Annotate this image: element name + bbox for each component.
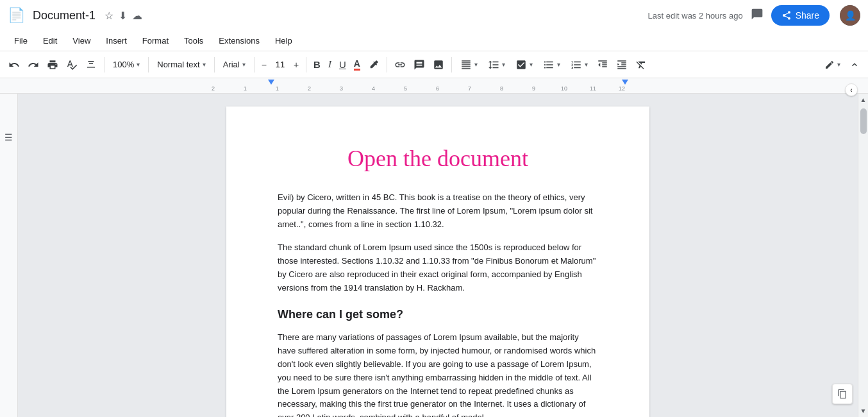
document-body: Evil) by Cicero, written in 45 BC. This … xyxy=(278,191,598,417)
font-family-value: Arial xyxy=(223,60,240,69)
font-family-chevron: ▾ xyxy=(242,61,246,68)
underline-button[interactable]: U xyxy=(336,56,349,72)
scroll-down-arrow[interactable]: ▼ xyxy=(858,405,868,417)
heading-1: Where can I get some? xyxy=(278,305,598,324)
menu-file[interactable]: File xyxy=(8,33,34,48)
checklist-select[interactable]: ▾ xyxy=(511,56,537,73)
indent-increase-button[interactable] xyxy=(613,56,631,73)
separator-7 xyxy=(451,57,452,72)
separator-5 xyxy=(306,57,306,72)
ruler: 2 1 1 2 3 4 5 6 7 8 9 10 11 12 xyxy=(0,78,868,94)
align-select[interactable]: ▾ xyxy=(456,56,482,73)
link-button[interactable] xyxy=(391,56,409,73)
numbered-list-chevron: ▾ xyxy=(585,61,588,68)
save-to-drive-icon[interactable]: ⬇ xyxy=(119,10,127,22)
separator-6 xyxy=(387,57,387,72)
share-label: Share xyxy=(796,10,819,21)
edit-mode-chevron: ▾ xyxy=(837,61,840,68)
indent-decrease-button[interactable] xyxy=(594,56,612,73)
edit-mode-select[interactable]: ▾ xyxy=(820,57,845,72)
menu-insert[interactable]: Insert xyxy=(99,33,133,48)
paragraph-2: The standard chunk of Lorem Ipsum used s… xyxy=(278,241,598,294)
menu-bar: File Edit View Insert Format Tools Exten… xyxy=(0,31,868,51)
line-spacing-select[interactable]: ▾ xyxy=(483,56,510,73)
doc-title[interactable]: Document-1 xyxy=(33,9,96,22)
text-style-select[interactable]: Normal text ▾ xyxy=(153,57,210,72)
main-area: ☰ Open the document Evil) by Cicero, wri… xyxy=(0,94,868,417)
last-edit: Last edit was 2 hours ago xyxy=(647,11,742,21)
zoom-select[interactable]: 100% ▾ xyxy=(108,57,144,72)
paragraph-1: Evil) by Cicero, written in 45 BC. This … xyxy=(278,191,598,231)
undo-button[interactable] xyxy=(5,56,23,73)
redo-button[interactable] xyxy=(24,56,42,73)
font-family-select[interactable]: Arial ▾ xyxy=(219,57,250,72)
highlight-button[interactable] xyxy=(365,56,383,73)
share-button[interactable]: Share xyxy=(771,5,830,26)
zoom-value: 100% xyxy=(113,60,134,69)
toolbar: 100% ▾ Normal text ▾ Arial ▾ − + B I U A xyxy=(0,51,868,78)
outline-icon[interactable]: ☰ xyxy=(4,132,13,142)
star-icon[interactable]: ☆ xyxy=(104,10,113,22)
text-style-chevron: ▾ xyxy=(203,61,206,68)
font-size-input[interactable] xyxy=(271,60,289,69)
title-icons: ☆ ⬇ ☁ xyxy=(104,10,142,22)
bullet-list-select[interactable]: ▾ xyxy=(538,56,565,73)
doc-icon: 📄 xyxy=(8,7,25,24)
text-color-indicator: A xyxy=(354,58,360,71)
cloud-icon[interactable]: ☁ xyxy=(132,10,142,22)
left-panel: ☰ xyxy=(0,94,18,417)
separator-4 xyxy=(254,57,255,72)
avatar[interactable]: 👤 xyxy=(840,5,860,26)
right-scrollbar: ▲ ▼ xyxy=(858,94,868,417)
document-page: Open the document Evil) by Cicero, writt… xyxy=(226,106,649,417)
scroll-area[interactable]: Open the document Evil) by Cicero, writt… xyxy=(18,94,858,417)
menu-help[interactable]: Help xyxy=(269,33,299,48)
zoom-chevron: ▾ xyxy=(137,61,140,68)
menu-edit[interactable]: Edit xyxy=(37,33,63,48)
print-button[interactable] xyxy=(44,56,62,73)
paint-format-button[interactable] xyxy=(82,56,100,73)
scroll-up-arrow[interactable]: ▲ xyxy=(858,94,868,106)
ruler-track: 2 1 1 2 3 4 5 6 7 8 9 10 11 12 xyxy=(212,78,635,93)
checklist-chevron: ▾ xyxy=(530,61,533,68)
menu-tools[interactable]: Tools xyxy=(178,33,210,48)
ruler-right-margin[interactable] xyxy=(622,80,628,85)
text-style-value: Normal text xyxy=(157,60,199,69)
menu-extensions[interactable]: Extensions xyxy=(212,33,266,48)
corner-expand-button[interactable] xyxy=(832,384,853,404)
insert-image-button[interactable] xyxy=(430,56,447,73)
document-title: Open the document xyxy=(278,145,598,172)
paragraph-3: There are many variations of passages of… xyxy=(278,331,598,417)
bullet-list-chevron: ▾ xyxy=(557,61,560,68)
separator-2 xyxy=(148,57,149,72)
line-spacing-chevron: ▾ xyxy=(502,61,505,68)
align-chevron: ▾ xyxy=(474,61,478,68)
numbered-list-select[interactable]: ▾ xyxy=(566,56,592,73)
sidebar-collapse-button[interactable]: ‹ xyxy=(845,83,858,96)
comment-button[interactable] xyxy=(748,5,766,26)
spell-check-button[interactable] xyxy=(63,56,81,73)
ruler-left-margin[interactable] xyxy=(268,80,274,85)
collapse-toolbar-button[interactable] xyxy=(846,57,863,72)
clear-formatting-button[interactable] xyxy=(632,56,650,73)
separator-3 xyxy=(214,57,215,72)
scroll-thumb[interactable] xyxy=(860,108,867,134)
title-bar: 📄 Document-1 ☆ ⬇ ☁ Last edit was 2 hours… xyxy=(0,0,868,31)
separator-1 xyxy=(104,57,104,72)
insert-comment-button[interactable] xyxy=(410,56,428,73)
increase-font-size-button[interactable]: + xyxy=(290,57,302,72)
italic-button[interactable]: I xyxy=(325,56,335,72)
text-color-button[interactable]: A xyxy=(351,56,363,73)
menu-view[interactable]: View xyxy=(66,33,97,48)
bold-button[interactable]: B xyxy=(310,56,324,72)
decrease-font-size-button[interactable]: − xyxy=(258,57,270,72)
menu-format[interactable]: Format xyxy=(136,33,175,48)
